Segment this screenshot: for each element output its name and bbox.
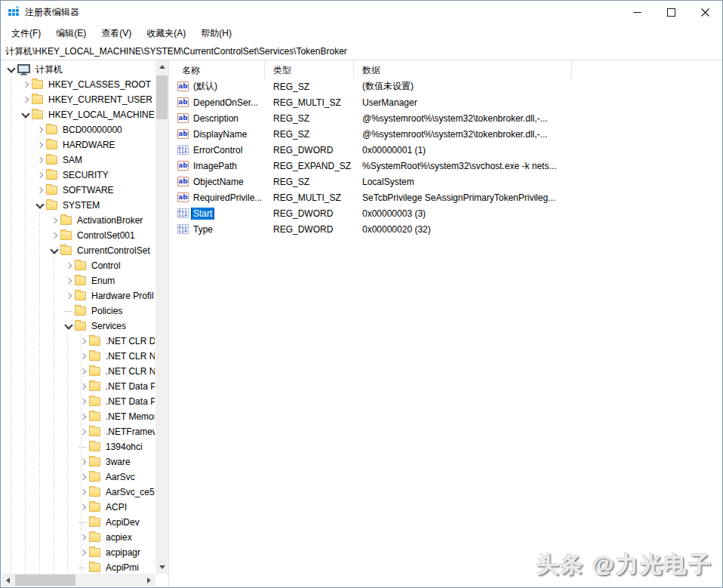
scroll-right-button[interactable]	[143, 574, 155, 586]
tree-vertical-scrollbar[interactable]	[155, 60, 168, 574]
chevron-right-icon[interactable]	[76, 550, 89, 555]
tree-item-currentcontrolset[interactable]: CurrentControlSet	[2, 243, 155, 258]
column-header-2[interactable]: 数据	[354, 60, 572, 79]
registry-value-row-requiredprivile-[interactable]: abRequiredPrivile...REG_MULTI_SZSeTcbPri…	[174, 189, 721, 205]
tree-item-policies[interactable]: Policies	[2, 303, 155, 319]
menu-item-0[interactable]: 文件(F)	[4, 24, 48, 43]
chevron-right-icon[interactable]	[76, 475, 89, 479]
chevron-right-icon[interactable]	[76, 505, 89, 509]
chevron-right-icon[interactable]	[48, 233, 60, 238]
chevron-right-icon[interactable]	[76, 384, 89, 389]
horizontal-scroll-thumb[interactable]	[15, 574, 75, 586]
chevron-right-icon[interactable]	[33, 143, 46, 147]
registry-value-row-type[interactable]: 011110TypeREG_DWORD0x00000020 (32)	[174, 221, 721, 237]
tree-item-.net-clr-dat[interactable]: .NET CLR Dat	[2, 334, 155, 349]
chevron-right-icon[interactable]	[76, 429, 89, 434]
tree-item-hkey_local_machine[interactable]: HKEY_LOCAL_MACHINE	[2, 107, 155, 122]
registry-value-row-dependonser-[interactable]: abDependOnSer...REG_MULTI_SZUserManager	[174, 94, 721, 110]
tree-item-controlset001[interactable]: ControlSet001	[2, 228, 155, 243]
chevron-right-icon[interactable]	[62, 279, 75, 283]
registry-value-row--[interactable]: ab(默认)REG_SZ(数值未设置)	[174, 79, 721, 94]
tree-item-.netframewo[interactable]: .NETFramewo	[2, 424, 155, 439]
tree-item-1394ohci[interactable]: 1394ohci	[2, 439, 155, 454]
chevron-down-icon[interactable]	[5, 67, 17, 72]
minimize-button[interactable]	[620, 1, 654, 23]
registry-value-row-displayname[interactable]: abDisplayNameREG_SZ@%systemroot%\system3…	[174, 126, 721, 142]
tree-item-acpipmi[interactable]: AcpiPmi	[2, 560, 155, 574]
chevron-down-icon[interactable]	[48, 248, 60, 253]
scroll-down-button[interactable]	[155, 561, 168, 574]
tree-item-system[interactable]: SYSTEM	[2, 198, 155, 213]
maximize-button[interactable]	[654, 1, 688, 23]
menu-item-4[interactable]: 帮助(H)	[193, 24, 239, 43]
tree-item-acpi[interactable]: ACPI	[2, 500, 155, 515]
chevron-right-icon[interactable]	[76, 535, 89, 540]
vertical-scroll-thumb[interactable]	[156, 75, 168, 119]
chevron-right-icon[interactable]	[33, 173, 46, 177]
tree-item-hkey_classes_root[interactable]: HKEY_CLASSES_ROOT	[2, 77, 155, 92]
chevron-right-icon[interactable]	[76, 354, 89, 359]
registry-value-row-imagepath[interactable]: abImagePathREG_EXPAND_SZ%SystemRoot%\sys…	[174, 158, 721, 174]
tree-horizontal-scrollbar[interactable]	[2, 574, 155, 586]
tree-item-hardware[interactable]: HARDWARE	[2, 137, 155, 152]
tree-item-label: ControlSet001	[75, 229, 137, 242]
tree-item-.net-data-pr[interactable]: .NET Data Pr	[2, 394, 155, 409]
tree-item-services[interactable]: Services	[2, 319, 155, 334]
scroll-left-button[interactable]	[2, 574, 14, 586]
tree-item-enum[interactable]: Enum	[2, 273, 155, 288]
tree-item-hardware-profil[interactable]: Hardware Profil	[2, 288, 155, 303]
menu-item-2[interactable]: 查看(V)	[94, 24, 139, 43]
chevron-right-icon[interactable]	[62, 263, 75, 268]
main-area: 计算机HKEY_CLASSES_ROOTHKEY_CURRENT_USERHKE…	[2, 60, 721, 586]
address-bar-input[interactable]	[1, 43, 722, 60]
chevron-down-icon[interactable]	[33, 203, 46, 208]
chevron-right-icon[interactable]	[19, 82, 32, 87]
tree-item-.net-clr-ne[interactable]: .NET CLR Ne	[2, 364, 155, 379]
column-header-1[interactable]: 类型	[265, 60, 354, 79]
tree-item-.net-memor[interactable]: .NET Memor	[2, 409, 155, 424]
tree-item-bcd00000000[interactable]: BCD00000000	[2, 122, 155, 137]
column-header-0[interactable]: 名称	[174, 60, 265, 79]
chevron-right-icon[interactable]	[76, 490, 89, 494]
tree-item-software[interactable]: SOFTWARE	[2, 183, 155, 198]
chevron-right-icon[interactable]	[76, 399, 89, 404]
chevron-right-icon[interactable]	[33, 188, 46, 192]
menu-item-3[interactable]: 收藏夹(A)	[139, 24, 193, 43]
scroll-up-button[interactable]	[155, 60, 168, 73]
registry-value-row-objectname[interactable]: abObjectNameREG_SZLocalSystem	[174, 174, 721, 189]
tree-item-control[interactable]: Control	[2, 258, 155, 273]
tree-item-.net-data-pr[interactable]: .NET Data Pr	[2, 379, 155, 394]
chevron-right-icon[interactable]	[62, 294, 75, 298]
registry-value-row-description[interactable]: abDescriptionREG_SZ@%systemroot%\system3…	[174, 110, 721, 126]
watermark-text: 头条 @力光电子	[536, 550, 712, 580]
tree-item-3ware[interactable]: 3ware	[2, 454, 155, 469]
tree-item-aarsvc[interactable]: AarSvc	[2, 469, 155, 485]
chevron-right-icon[interactable]	[76, 460, 89, 464]
menu-item-1[interactable]: 编辑(E)	[48, 24, 94, 43]
tree-item-acpipagr[interactable]: acpipagr	[2, 545, 155, 560]
tree-item-activationbroker[interactable]: ActivationBroker	[2, 213, 155, 228]
registry-value-row-start[interactable]: 011110StartREG_DWORD0x00000003 (3)	[174, 205, 721, 221]
value-name-label: Start	[192, 208, 214, 220]
value-type-cell: REG_MULTI_SZ	[265, 97, 354, 108]
registry-value-row-errorcontrol[interactable]: 011110ErrorControlREG_DWORD0x00000001 (1…	[174, 142, 721, 158]
tree-item-计算机[interactable]: 计算机	[2, 62, 155, 77]
close-button[interactable]	[688, 1, 722, 23]
tree-item-acpidev[interactable]: AcpiDev	[2, 515, 155, 530]
chevron-right-icon[interactable]	[76, 339, 89, 343]
chevron-right-icon[interactable]	[33, 128, 46, 132]
tree-item-acpiex[interactable]: acpiex	[2, 530, 155, 545]
chevron-right-icon[interactable]	[76, 369, 89, 374]
chevron-right-icon[interactable]	[33, 158, 46, 162]
chevron-right-icon[interactable]	[76, 414, 89, 419]
tree-item-sam[interactable]: SAM	[2, 152, 155, 168]
chevron-down-icon[interactable]	[19, 112, 32, 117]
chevron-down-icon[interactable]	[62, 324, 75, 328]
tree-item-aarsvc_ce535[interactable]: AarSvc_ce535	[2, 485, 155, 500]
tree-item-.net-clr-ne[interactable]: .NET CLR Ne	[2, 349, 155, 364]
chevron-right-icon[interactable]	[19, 97, 32, 102]
tree-item-security[interactable]: SECURITY	[2, 168, 155, 183]
chevron-right-icon[interactable]	[48, 218, 60, 223]
tree-item-hkey_current_user[interactable]: HKEY_CURRENT_USER	[2, 92, 155, 107]
tree-item-label: ACPI	[104, 501, 128, 513]
